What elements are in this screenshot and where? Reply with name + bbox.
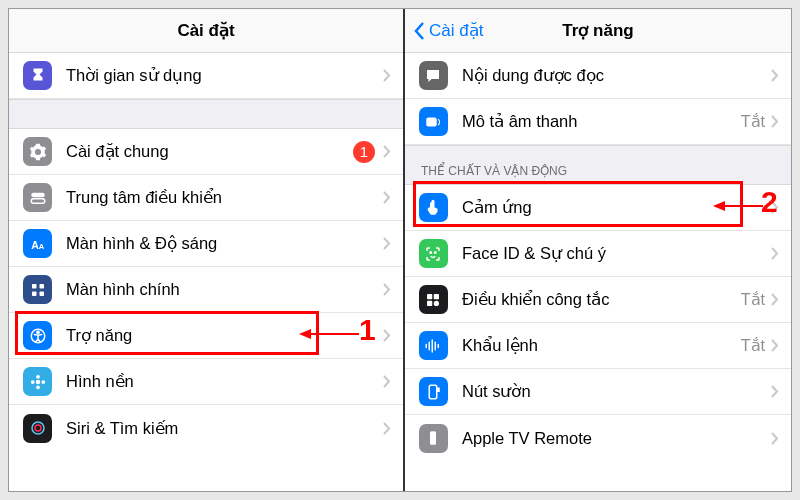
row-siri[interactable]: Siri & Tìm kiếm [9,405,403,451]
row-label: Cài đặt chung [66,142,353,161]
row-value: Tắt [741,336,765,355]
gear-icon [23,137,52,166]
tutorial-composite: Cài đặt Thời gian sử dụng Cài đặt chung … [8,8,792,492]
row-voice-control[interactable]: Khẩu lệnh Tắt [405,323,791,369]
svg-point-15 [32,422,44,434]
back-button[interactable]: Cài đặt [413,20,483,41]
svg-point-20 [430,251,432,253]
row-label: Màn hình & Độ sáng [66,234,383,253]
chevron-right-icon [771,247,779,260]
remote-icon [419,424,448,453]
svg-rect-23 [434,294,439,299]
section-header-physical: THỂ CHẤT VÀ VẬN ĐỘNG [405,145,791,185]
svg-rect-24 [427,300,432,305]
row-label: Nút sườn [462,382,771,401]
svg-point-10 [35,379,40,384]
row-label: Điều khiển công tắc [462,290,741,309]
notification-badge: 1 [353,141,375,163]
chevron-right-icon [771,69,779,82]
page-title: Cài đặt [177,20,234,41]
row-side-button[interactable]: Nút sườn [405,369,791,415]
accessibility-icon [23,321,52,350]
svg-rect-26 [430,385,438,399]
step-number-1: 1 [359,313,376,347]
svg-point-25 [434,300,439,305]
svg-rect-7 [39,291,44,296]
row-audio-description[interactable]: Mô tả âm thanh Tắt [405,99,791,145]
svg-point-11 [36,374,40,378]
row-apple-tv-remote[interactable]: Apple TV Remote [405,415,791,461]
chevron-right-icon [383,283,391,296]
row-face-id[interactable]: Face ID & Sự chú ý [405,231,791,277]
text-size-icon: AA [23,229,52,258]
svg-marker-18 [299,329,311,339]
pane-accessibility: Cài đặt Trợ năng Nội dung được đọc Mô tả… [405,9,791,491]
row-switch-control[interactable]: Điều khiển công tắc Tắt [405,277,791,323]
chevron-right-icon [771,339,779,352]
row-spoken-content[interactable]: Nội dung được đọc [405,53,791,99]
accessibility-list: Nội dung được đọc Mô tả âm thanh Tắt THỂ… [405,53,791,461]
svg-rect-1 [31,198,45,203]
svg-point-14 [41,380,45,384]
switch-control-icon [419,285,448,314]
row-control-center[interactable]: Trung tâm điều khiển [9,175,403,221]
svg-rect-5 [39,284,44,289]
chevron-right-icon [383,145,391,158]
row-wallpaper[interactable]: Hình nền [9,359,403,405]
svg-rect-0 [31,192,45,197]
chevron-right-icon [771,115,779,128]
row-label: Thời gian sử dụng [66,66,383,85]
svg-point-9 [36,331,38,333]
settings-list: Thời gian sử dụng Cài đặt chung 1 Trung … [9,53,403,451]
svg-rect-22 [427,294,432,299]
flower-icon [23,367,52,396]
chevron-right-icon [383,237,391,250]
chevron-right-icon [771,432,779,445]
row-general[interactable]: Cài đặt chung 1 [9,129,403,175]
audio-desc-icon [419,107,448,136]
svg-rect-19 [427,117,438,126]
pane-settings: Cài đặt Thời gian sử dụng Cài đặt chung … [9,9,405,491]
chevron-right-icon [383,422,391,435]
row-value: Tắt [741,112,765,131]
chevron-right-icon [383,375,391,388]
svg-marker-30 [713,201,725,211]
section-gap [9,99,403,129]
row-label: Nội dung được đọc [462,66,771,85]
chevron-right-icon [383,191,391,204]
toggle-icon [23,183,52,212]
siri-icon [23,414,52,443]
row-label: Khẩu lệnh [462,336,741,355]
svg-rect-4 [32,284,37,289]
row-label: Hình nền [66,372,383,391]
row-display[interactable]: AA Màn hình & Độ sáng [9,221,403,267]
row-screen-time[interactable]: Thời gian sử dụng [9,53,403,99]
hourglass-icon [23,61,52,90]
svg-text:A: A [38,241,44,250]
svg-rect-27 [438,388,440,391]
arrow-2 [713,199,763,213]
chevron-right-icon [771,293,779,306]
row-label: Màn hình chính [66,280,383,299]
step-number-2: 2 [761,185,778,219]
svg-point-21 [435,251,437,253]
page-title: Trợ năng [562,20,633,41]
chevron-right-icon [771,385,779,398]
speech-bubble-icon [419,61,448,90]
svg-rect-6 [32,291,37,296]
row-label: Trung tâm điều khiển [66,188,383,207]
voice-icon [419,331,448,360]
row-home-screen[interactable]: Màn hình chính [9,267,403,313]
chevron-right-icon [383,329,391,342]
svg-point-16 [35,425,41,431]
touch-icon [419,193,448,222]
arrow-1 [299,327,359,341]
svg-rect-28 [430,431,436,445]
row-label: Mô tả âm thanh [462,112,741,131]
svg-point-13 [30,380,34,384]
face-id-icon [419,239,448,268]
chevron-right-icon [383,69,391,82]
nav-bar: Cài đặt Trợ năng [405,9,791,53]
row-label: Siri & Tìm kiếm [66,419,383,438]
svg-point-12 [36,385,40,389]
